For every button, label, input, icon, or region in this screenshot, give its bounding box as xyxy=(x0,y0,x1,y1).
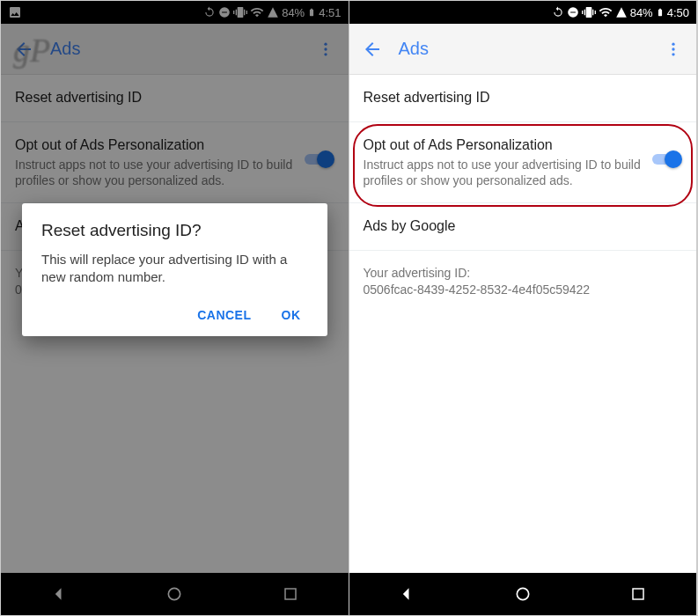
overflow-menu-button[interactable] xyxy=(658,33,689,65)
vibrate-icon xyxy=(233,5,247,19)
setting-title: Opt out of Ads Personalization xyxy=(364,136,643,155)
opt-out-switch[interactable] xyxy=(305,150,334,168)
nav-home-button[interactable] xyxy=(148,573,201,615)
battery-icon xyxy=(656,5,665,19)
opt-out-switch[interactable] xyxy=(652,150,682,168)
svg-point-0 xyxy=(324,42,327,45)
battery-icon xyxy=(307,5,316,19)
dnd-icon xyxy=(567,6,579,18)
dnd-icon xyxy=(218,6,231,18)
phone-right: 84% 4:50 Ads Reset advertising ID Opt ou… xyxy=(349,1,698,615)
refresh-icon xyxy=(552,6,564,18)
sim-none-icon xyxy=(615,6,628,18)
ad-id-value: 0506fcac-8439-4252-8532-4e4f05c59422 xyxy=(364,282,683,299)
clock: 4:51 xyxy=(319,6,341,19)
nav-recents-icon xyxy=(283,586,298,602)
ad-id-label: Your advertising ID: xyxy=(364,265,683,282)
setting-title: Reset advertising ID xyxy=(15,89,334,107)
back-button[interactable] xyxy=(8,33,40,65)
svg-point-3 xyxy=(169,588,180,599)
sim-none-icon xyxy=(267,6,279,18)
navigation-bar xyxy=(1,573,349,615)
phone-left: 84% 4:51 Ads Reset advertising ID Opt ou… xyxy=(1,1,349,615)
setting-title: Opt out of Ads Personalization xyxy=(15,136,294,155)
svg-point-6 xyxy=(672,48,674,50)
nav-back-button[interactable] xyxy=(33,573,85,615)
svg-rect-9 xyxy=(633,589,643,599)
nav-back-icon xyxy=(398,585,415,603)
nav-home-button[interactable] xyxy=(496,573,549,615)
wifi-icon xyxy=(250,5,264,19)
setting-reset-ad-id[interactable]: Reset advertising ID xyxy=(349,75,697,122)
status-bar: 84% 4:51 xyxy=(1,1,349,24)
clock: 4:50 xyxy=(667,6,689,19)
back-button[interactable] xyxy=(356,33,388,65)
setting-subtitle: Instruct apps not to use your advertisin… xyxy=(15,157,294,188)
arrow-back-icon xyxy=(13,39,34,60)
setting-opt-out[interactable]: Opt out of Ads Personalization Instruct … xyxy=(349,122,697,203)
svg-point-7 xyxy=(672,53,674,55)
dialog-title: Reset advertising ID? xyxy=(41,221,308,240)
app-bar: Ads xyxy=(1,24,349,75)
nav-recents-icon xyxy=(630,586,646,602)
page-title: Ads xyxy=(50,39,80,59)
nav-back-button[interactable] xyxy=(380,573,433,615)
svg-rect-4 xyxy=(285,589,296,599)
nav-recents-button[interactable] xyxy=(264,573,317,615)
settings-content: Reset advertising ID Opt out of Ads Pers… xyxy=(349,75,697,573)
ad-id-info: Your advertising ID: 0506fcac-8439-4252-… xyxy=(349,251,697,313)
setting-reset-ad-id[interactable]: Reset advertising ID xyxy=(1,75,349,122)
setting-title: Reset advertising ID xyxy=(364,89,683,107)
setting-ads-by-google[interactable]: Ads by Google xyxy=(349,203,697,251)
battery-pct: 84% xyxy=(282,6,305,19)
image-icon xyxy=(8,5,22,19)
nav-home-icon xyxy=(514,585,532,603)
battery-pct: 84% xyxy=(630,6,653,19)
app-bar: Ads xyxy=(349,24,697,75)
dialog-ok-button[interactable]: OK xyxy=(278,303,305,327)
overflow-menu-button[interactable] xyxy=(310,33,342,65)
dialog-body: This will replace your advertising ID wi… xyxy=(41,251,308,287)
svg-point-2 xyxy=(324,53,327,55)
arrow-back-icon xyxy=(362,39,383,60)
nav-back-icon xyxy=(50,585,68,603)
reset-dialog: Reset advertising ID? This will replace … xyxy=(22,203,327,336)
status-bar: 84% 4:50 xyxy=(349,1,697,24)
more-vert-icon xyxy=(665,40,682,58)
svg-point-8 xyxy=(517,588,528,599)
page-title: Ads xyxy=(399,39,429,59)
setting-opt-out[interactable]: Opt out of Ads Personalization Instruct … xyxy=(1,122,349,203)
vibrate-icon xyxy=(582,5,596,19)
more-vert-icon xyxy=(317,40,334,58)
svg-point-5 xyxy=(672,42,674,45)
svg-point-1 xyxy=(324,48,327,50)
setting-subtitle: Instruct apps not to use your advertisin… xyxy=(364,157,643,188)
dialog-cancel-button[interactable]: Cancel xyxy=(194,303,254,327)
setting-title: Ads by Google xyxy=(364,217,683,236)
refresh-icon xyxy=(203,6,216,18)
navigation-bar xyxy=(349,573,697,615)
nav-home-icon xyxy=(165,585,183,603)
nav-recents-button[interactable] xyxy=(612,573,665,615)
wifi-icon xyxy=(599,5,613,19)
